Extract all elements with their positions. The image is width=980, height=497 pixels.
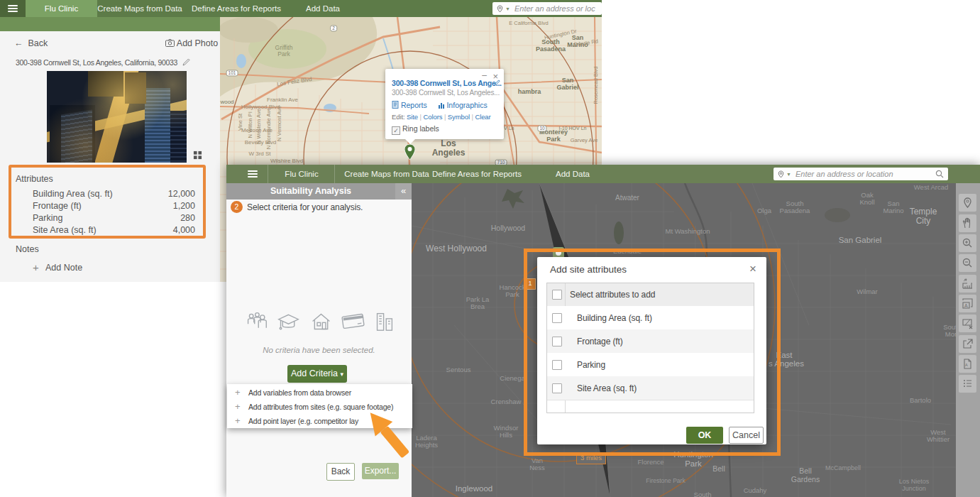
- menu-add-point-layer[interactable]: Add point layer (e.g. competitor lay: [248, 417, 358, 425]
- nav-flu-clinic-b[interactable]: Flu Clinic: [285, 165, 318, 183]
- menu-add-variables[interactable]: Add variables from data browser: [248, 388, 351, 397]
- map-label: Van Ness: [529, 457, 545, 472]
- tool-measure-button[interactable]: [959, 275, 976, 293]
- ring-labels-checkbox[interactable]: ✓: [392, 126, 400, 135]
- plus-icon: +: [235, 415, 241, 426]
- graduation-cap-icon: [276, 310, 301, 333]
- attribute-checkbox[interactable]: [552, 313, 562, 323]
- edit-pencil-icon[interactable]: [494, 80, 500, 86]
- map-label: Rosemead Blvd: [593, 67, 599, 104]
- add-note-button[interactable]: Add Note: [45, 263, 82, 273]
- map-label: Firestone Park: [646, 478, 685, 484]
- svg-text:A: A: [964, 303, 968, 308]
- svg-text:A: A: [965, 363, 968, 367]
- map-label: McCampbell: [825, 465, 861, 472]
- photo-grid-icon[interactable]: [193, 151, 202, 160]
- map-label: Beverly Blvd: [245, 140, 276, 146]
- map-label: West Whittier: [927, 429, 949, 444]
- tool-zoom-in-button[interactable]: [959, 234, 976, 252]
- map-label: Atwater: [615, 194, 639, 202]
- map-label: Los Angeles: [432, 139, 466, 158]
- nav-create-maps[interactable]: Create Maps from Data: [97, 0, 182, 17]
- map-label: E California Blvd: [509, 21, 548, 26]
- ok-button[interactable]: OK: [686, 427, 723, 444]
- collapse-panel-button[interactable]: «: [395, 183, 412, 200]
- location-pin-icon: [497, 5, 503, 13]
- tool-legend-list-button[interactable]: [959, 375, 976, 393]
- attribute-checkbox[interactable]: [552, 337, 562, 346]
- address-search-input-b[interactable]: ▼ Enter an address or location: [773, 168, 948, 180]
- edit-symbol-link[interactable]: Symbol: [448, 113, 470, 121]
- menu-button-b[interactable]: [240, 165, 265, 183]
- map-label: Bartolo: [910, 397, 931, 404]
- add-note-plus-icon[interactable]: +: [33, 261, 39, 273]
- nav-create-maps-b[interactable]: Create Maps from Data: [344, 165, 429, 183]
- site-photo[interactable]: [47, 71, 187, 163]
- edit-clear-link[interactable]: Clear: [475, 113, 490, 121]
- map-label: 101: [226, 70, 238, 76]
- attribute-row[interactable]: Frontage (ft): [547, 329, 754, 354]
- map-label: hambra: [518, 89, 541, 96]
- select-all-row[interactable]: Select attributes to add: [547, 283, 754, 307]
- map-label: wood: [220, 99, 233, 106]
- map-label: West Hollywood: [426, 244, 487, 253]
- caret-down-icon: ▾: [340, 371, 343, 378]
- app-header-b: Flu Clinic Create Maps from Data Define …: [226, 165, 980, 183]
- popup-edit-row: Edit: Site | Colors | Symbol | Clear: [392, 113, 491, 121]
- dialog-close-icon[interactable]: ×: [749, 262, 756, 276]
- edit-colors-link[interactable]: Colors: [424, 113, 443, 121]
- map-label: N Vermont Ave: [277, 106, 282, 141]
- map-label: Wilshire Blvd: [270, 158, 303, 165]
- edit-site-link[interactable]: Site: [407, 113, 418, 121]
- map-label: Wilmar: [857, 288, 878, 295]
- tool-select-label-button[interactable]: A: [959, 295, 976, 312]
- back-arrow-icon: ←: [14, 38, 23, 48]
- buildings-icon: [374, 310, 395, 333]
- add-criteria-button[interactable]: Add Criteria ▾: [287, 365, 347, 383]
- site-marker-pin[interactable]: [404, 144, 415, 160]
- tool-share-export-button[interactable]: [959, 335, 976, 353]
- map-label: s Angeles: [769, 359, 804, 368]
- tool-zoom-out-button[interactable]: [959, 254, 976, 272]
- empty-state-text: No criteria have been selected.: [226, 346, 412, 354]
- ring-labels-row: ✓ Ring labels: [392, 124, 439, 135]
- attribute-row[interactable]: Parking: [547, 353, 754, 377]
- suitability-panel: 2 Select criteria for your analysis. No …: [226, 200, 412, 497]
- edit-address-pencil-icon[interactable]: [182, 58, 190, 66]
- tab-flu-clinic[interactable]: Flu Clinic: [26, 0, 97, 19]
- report-doc-icon: [392, 101, 399, 109]
- tool-location-pin-button[interactable]: [959, 194, 976, 212]
- map-label: Cudahy: [744, 487, 767, 494]
- search-icon[interactable]: [935, 170, 944, 178]
- map-label: 2: [330, 25, 337, 31]
- infographics-link[interactable]: Infographics: [446, 101, 487, 109]
- address-search-input[interactable]: ▼ Enter an address or loc: [492, 2, 602, 15]
- map-label: Temple City: [910, 207, 937, 226]
- menu-button[interactable]: [0, 0, 26, 17]
- tool-erase-sketch-button[interactable]: [959, 315, 976, 332]
- attribute-checkbox[interactable]: [552, 360, 562, 370]
- attribute-row[interactable]: Building Area (sq. ft): [547, 306, 754, 330]
- nav-define-areas[interactable]: Define Areas for Reports: [192, 0, 281, 17]
- nav-define-areas-b[interactable]: Define Areas for Reports: [432, 165, 522, 183]
- cancel-button[interactable]: Cancel: [729, 427, 764, 444]
- nav-add-data[interactable]: Add Data: [306, 0, 340, 17]
- export-button[interactable]: Export...: [362, 463, 399, 479]
- attribute-checkbox[interactable]: [552, 383, 562, 393]
- notes-title: Notes: [16, 244, 39, 254]
- search-placeholder: Enter an address or loc: [514, 4, 595, 13]
- popup-title[interactable]: 300-398 Cornwell St, Los Ange...: [392, 79, 502, 87]
- back-button-b[interactable]: Back: [326, 463, 355, 481]
- tool-pdf-report-button[interactable]: A: [959, 355, 976, 373]
- reports-link[interactable]: Reports: [401, 101, 427, 109]
- add-photo-button[interactable]: Add Photo: [165, 38, 218, 48]
- map-label: South Pasadena: [780, 200, 810, 215]
- attribute-row[interactable]: Site Area (sq. ft): [547, 376, 754, 400]
- tool-pan-hand-button[interactable]: [959, 214, 976, 232]
- select-all-checkbox[interactable]: [552, 290, 562, 300]
- map-label: Crenshaw: [491, 398, 522, 405]
- nav-add-data-b[interactable]: Add Data: [556, 165, 590, 183]
- plus-icon: +: [235, 387, 241, 398]
- map-label: Olga: [757, 207, 771, 214]
- back-button[interactable]: ← Back: [14, 38, 48, 48]
